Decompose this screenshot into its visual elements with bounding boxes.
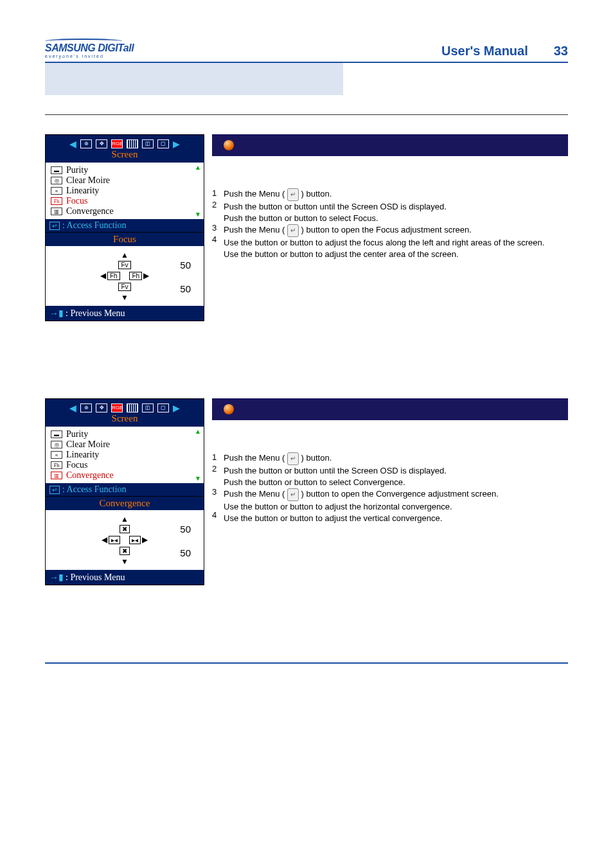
up-arrow-icon: ▲ <box>121 251 129 260</box>
fv-icon: Fv <box>118 261 130 269</box>
left-arrow-icon: ◀ <box>102 535 107 544</box>
enter-button-icon: ↵ <box>287 188 299 201</box>
left-arrow-icon: ◀ <box>100 271 106 280</box>
sub-rule <box>45 114 568 115</box>
section-title-bar <box>212 134 568 156</box>
linearity-icon: ≡ <box>51 451 62 459</box>
fh-icon: Fh <box>107 272 120 280</box>
logo-suffix: all <box>123 42 134 53</box>
linearity-icon: ≡ <box>51 187 62 195</box>
right-arrow-icon: ▶ <box>173 403 180 413</box>
moire-icon: ◎ <box>51 177 62 184</box>
samsung-logo: SAMSUNG DIGITall everyone's invited <box>45 39 134 58</box>
step-text: Push the Menu ( <box>224 489 287 499</box>
conv-value-2: 50 <box>180 547 191 558</box>
step-text: Push the button or button to select Conv… <box>224 477 568 488</box>
purity-icon: ▬ <box>51 430 62 438</box>
previous-menu-label: : Previous Menu <box>66 572 125 583</box>
enter-button-icon: ↵ <box>287 224 299 237</box>
step-number: 4 <box>212 510 224 522</box>
moire-icon: ◎ <box>51 441 62 448</box>
step-text: ) button to open the Convergence adjustm… <box>299 489 499 499</box>
osd-menu-list: ▲ ▬Purity ◎Clear Moire ≡Linearity FhFocu… <box>46 427 204 483</box>
section-banner <box>45 63 568 95</box>
scroll-down-icon: ▼ <box>195 211 201 218</box>
left-arrow-icon: ◀ <box>69 139 76 149</box>
step-text: Push the Menu ( <box>224 453 287 463</box>
exit-icon: →▮ <box>49 572 64 583</box>
step-number: 2 <box>212 464 224 475</box>
step-number: 1 <box>212 452 224 464</box>
convergence-icon: ▥ <box>51 208 62 215</box>
section-title-bar <box>212 398 568 420</box>
focus-value-2: 50 <box>180 283 191 294</box>
step-text: ) button to open the Focus adjustment sc… <box>299 225 472 235</box>
rgb-icon: RGB <box>111 403 123 412</box>
focus-section: ◀ ⊕ ✥ RGB ◫ ▢ ▶ Screen ▲ ▬Purity ◎Clear … <box>45 134 568 321</box>
page-header: SAMSUNG DIGITall everyone's invited User… <box>45 39 568 58</box>
purity-icon: ▬ <box>51 166 62 174</box>
info-icon: ▢ <box>157 139 169 148</box>
right-arrow-icon: ▶ <box>142 535 148 544</box>
step-text: Use the button or button to adjust the f… <box>224 237 568 249</box>
step-number: 3 <box>212 223 224 235</box>
step-number: 2 <box>212 200 224 211</box>
bullet-dot-icon <box>224 404 234 414</box>
step-text: Use the button or button to adjust the v… <box>224 513 568 524</box>
conv-value-1: 50 <box>180 524 191 535</box>
osd-screenshot-focus: ◀ ⊕ ✥ RGB ◫ ▢ ▶ Screen ▲ ▬Purity ◎Clear … <box>45 134 204 321</box>
position-icon: ⊕ <box>80 403 92 412</box>
previous-menu-label: : Previous Menu <box>66 308 125 319</box>
logo-text: SAMSUNG DIGIT <box>45 42 123 53</box>
osd-tab-label: Screen <box>46 413 204 427</box>
osd-tab-label: Screen <box>46 149 204 163</box>
focus-steps: 1 2 3 4 Push the Menu ( ↵ ) button. Push… <box>212 188 568 260</box>
step-number: 4 <box>212 235 224 246</box>
step-text: Push the button or button to select Focu… <box>224 213 568 224</box>
up-arrow-icon: ▲ <box>121 515 129 524</box>
footer-rule <box>45 662 568 664</box>
logo-tagline: everyone's invited <box>45 54 104 58</box>
step-text: ) button. <box>299 453 332 463</box>
left-arrow-icon: ◀ <box>69 403 76 413</box>
enter-icon: ↵ <box>49 222 60 230</box>
scroll-up-icon: ▲ <box>195 428 201 435</box>
osd-screenshot-convergence: ◀ ⊕ ✥ RGB ◫ ▢ ▶ Screen ▲ ▬Purity ◎Clear … <box>45 398 204 585</box>
focus-value-1: 50 <box>180 260 191 270</box>
step-text: Push the button or button until the Scre… <box>224 465 568 477</box>
conv-v-icon: ✖ <box>120 547 130 555</box>
osd-sub-title: Focus <box>46 233 204 246</box>
advanced-icon: ◫ <box>142 403 154 412</box>
step-text: Push the button or button until the Scre… <box>224 201 568 213</box>
osd-menu-list: ▲ ▬Purity ◎Clear Moire ≡Linearity FhFocu… <box>46 163 204 219</box>
osd-sub-title: Convergence <box>46 497 204 510</box>
step-number: 1 <box>212 188 224 200</box>
screen-icon <box>127 403 138 412</box>
size-icon: ✥ <box>96 139 107 148</box>
page-number: 33 <box>554 44 568 58</box>
conv-v-icon: ✖ <box>120 525 130 533</box>
step-text: Use the button or button to adjust the h… <box>224 501 568 513</box>
convergence-icon: ▥ <box>51 472 62 479</box>
step-number: 3 <box>212 487 224 499</box>
access-label: : Access Function <box>62 484 127 495</box>
down-arrow-icon: ▼ <box>121 557 129 566</box>
size-icon: ✥ <box>96 403 107 412</box>
right-arrow-icon: ▶ <box>173 139 180 149</box>
step-text: Push the Menu ( <box>224 189 287 199</box>
access-label: : Access Function <box>62 220 127 231</box>
fv-icon: Fv <box>118 283 130 291</box>
bullet-dot-icon <box>224 140 234 150</box>
step-text: ) button. <box>299 189 332 199</box>
scroll-down-icon: ▼ <box>195 475 201 482</box>
focus-icon: Fh <box>51 461 62 469</box>
step-text: Use the button or button to adjust the c… <box>224 249 568 260</box>
position-icon: ⊕ <box>80 139 92 148</box>
focus-icon: Fh <box>51 197 62 205</box>
rgb-icon: RGB <box>111 139 123 148</box>
enter-button-icon: ↵ <box>287 452 299 465</box>
screen-icon <box>127 139 138 148</box>
convergence-section: ◀ ⊕ ✥ RGB ◫ ▢ ▶ Screen ▲ ▬Purity ◎Clear … <box>45 398 568 585</box>
conv-h-icon: ▸◂ <box>129 536 141 544</box>
right-arrow-icon: ▶ <box>143 271 149 280</box>
